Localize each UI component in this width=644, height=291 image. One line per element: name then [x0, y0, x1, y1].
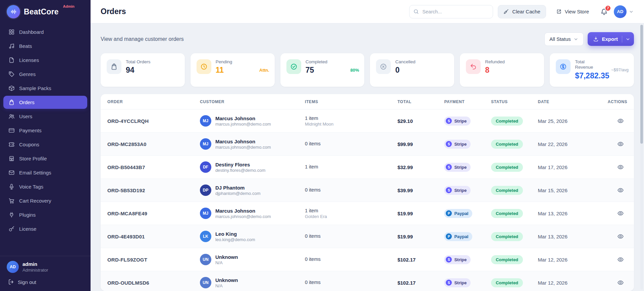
mic-icon: [8, 184, 15, 190]
stat-card-completed: Completed 75 80%: [280, 53, 365, 87]
avatar: AD: [614, 5, 627, 18]
chevron-down-icon: [625, 37, 631, 42]
items-count: 0 items: [305, 279, 397, 286]
stat-value: 11: [216, 66, 232, 75]
items-detail: Golden Era: [305, 214, 397, 219]
payment-label: Paypal: [454, 211, 468, 216]
sidebar-item-coupons[interactable]: Coupons: [3, 138, 87, 151]
order-date: Mar 12, 2026: [538, 257, 595, 263]
table-body: ORD-4YCCLRQH MJ Marcus Johnson marcus.jo…: [101, 110, 634, 291]
status-badge: Completed: [491, 163, 523, 172]
sidebar-item-dashboard[interactable]: Dashboard: [3, 25, 87, 39]
view-order-button[interactable]: [617, 141, 624, 147]
order-total: $32.99: [397, 164, 444, 170]
sidebar-item-license[interactable]: License: [3, 222, 87, 235]
stat-side-label: 80%: [350, 68, 359, 73]
download-icon: [593, 36, 599, 42]
music-note-icon: [8, 43, 15, 49]
order-total: $19.99: [397, 211, 444, 216]
clear-cache-label: Clear Cache: [512, 9, 540, 14]
stat-side-label: ~$97/avg: [611, 68, 629, 72]
view-store-label: View Store: [565, 9, 589, 14]
sidebar-item-orders[interactable]: Orders: [3, 96, 87, 109]
view-order-button[interactable]: [617, 210, 624, 217]
refund-icon: [466, 59, 481, 74]
status-filter-value: All Status: [549, 36, 571, 42]
sidebar-item-voice-tags[interactable]: Voice Tags: [3, 180, 87, 193]
clear-cache-button[interactable]: Clear Cache: [498, 5, 546, 18]
payment-label: Stripe: [454, 119, 467, 124]
payment-badge: S Stripe: [444, 117, 471, 126]
tag-icon: [8, 71, 15, 77]
customer-name: Marcus Johnson: [215, 115, 271, 122]
order-date: Mar 25, 2026: [538, 118, 595, 124]
sidebar-item-label: Dashboard: [19, 29, 44, 35]
view-order-button[interactable]: [617, 279, 624, 286]
box-icon: [8, 85, 15, 91]
sidebar-item-cart-recovery[interactable]: Cart Recovery: [3, 194, 87, 207]
sidebar-item-label: Plugins: [19, 212, 36, 218]
order-total: $102.17: [397, 280, 444, 286]
payment-badge: S Stripe: [444, 255, 471, 264]
orders-table: ORDERCUSTOMERITEMSTOTALPAYMENTSTATUSDATE…: [101, 94, 634, 291]
status-badge: Completed: [491, 232, 523, 241]
table-row: ORD-B50443B7 DF Destiny Flores destiny.f…: [101, 156, 634, 179]
notifications-button[interactable]: 7: [599, 7, 609, 17]
items-count: 1 item: [305, 208, 397, 214]
dollar-icon: [556, 59, 571, 74]
items-count: 0 items: [305, 141, 397, 147]
column-header: TOTAL: [397, 99, 444, 104]
sidebar-item-genres[interactable]: Genres: [3, 68, 87, 81]
broom-icon: [503, 9, 509, 14]
payment-badge: S Stripe: [444, 278, 471, 287]
sidebar-item-licenses[interactable]: Licenses: [3, 54, 87, 67]
user-name: admin: [22, 261, 48, 268]
stat-label: Completed: [306, 59, 327, 65]
sidebar-item-label: License: [19, 226, 37, 232]
clock-icon: [197, 59, 211, 74]
view-order-button[interactable]: [617, 187, 624, 194]
sidebar-item-email-settings[interactable]: Email Settings: [3, 166, 87, 179]
signout-button[interactable]: Sign out: [0, 275, 91, 291]
view-order-button[interactable]: [617, 164, 624, 170]
customer-avatar: LK: [200, 231, 211, 242]
sidebar-item-store-profile[interactable]: Store Profile: [3, 152, 87, 165]
sidebar-item-label: Licenses: [19, 57, 39, 63]
table-row: ORD-5B53D192 DP DJ Phantom djphantom@dem…: [101, 179, 634, 202]
sidebar-item-label: Store Profile: [19, 156, 47, 161]
sidebar-item-payments[interactable]: Payments: [3, 124, 87, 137]
view-store-button[interactable]: View Store: [551, 5, 594, 18]
order-id: ORD-MCA8FE49: [107, 211, 200, 216]
sidebar-item-plugins[interactable]: Plugins: [3, 208, 87, 221]
user-menu[interactable]: AD: [614, 5, 634, 18]
search-input[interactable]: [409, 5, 493, 18]
stat-side-label: Attn.: [259, 68, 269, 73]
customer-avatar: DF: [200, 161, 211, 173]
sidebar-item-sample-packs[interactable]: Sample Packs: [3, 82, 87, 95]
grid-icon: [8, 29, 15, 35]
scrollbar[interactable]: [640, 25, 643, 290]
sidebar-item-beats[interactable]: Beats: [3, 40, 87, 53]
view-order-button[interactable]: [617, 256, 624, 263]
sidebar-item-label: Voice Tags: [19, 184, 43, 190]
status-badge: Completed: [491, 117, 523, 126]
order-total: $99.99: [397, 141, 444, 147]
customer-email: marcus.johnson@demo.com: [215, 122, 271, 127]
customer-avatar: MJ: [200, 138, 211, 150]
scrollbar-thumb[interactable]: [640, 25, 643, 144]
view-order-button[interactable]: [617, 118, 624, 124]
export-button[interactable]: Export: [588, 32, 634, 46]
table-row: ORD-FLS9ZOGT UN Unknown N/A 0 items: [101, 248, 634, 271]
sidebar-item-label: Payments: [19, 128, 42, 133]
status-filter[interactable]: All Status: [544, 32, 584, 46]
customer-email: marcus.johnson@demo.com: [215, 145, 271, 150]
notification-badge: 7: [605, 5, 611, 11]
search-icon: [413, 9, 419, 14]
page-subtitle: View and manage customer orders: [101, 36, 184, 42]
chevron-down-icon: [573, 37, 579, 42]
sidebar-item-label: Sample Packs: [19, 85, 51, 91]
payment-label: Stripe: [454, 142, 467, 147]
sidebar-item-users[interactable]: Users: [3, 110, 87, 123]
view-order-button[interactable]: [617, 233, 624, 240]
brand-badge: Admin: [63, 4, 74, 8]
